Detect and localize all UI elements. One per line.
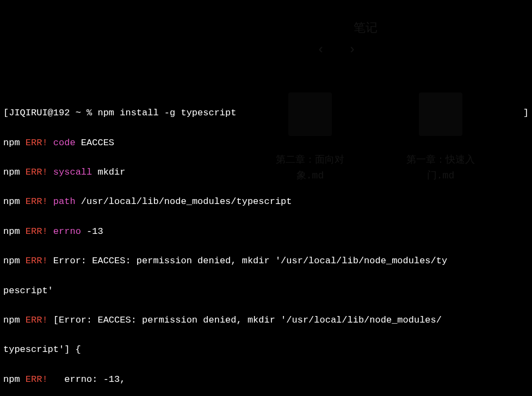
error-line-bracket-cont: typescript'] { — [3, 342, 529, 357]
error-line-main: npm ERR! Error: EACCES: permission denie… — [3, 253, 529, 268]
finder-window-title: 笔记 — [354, 19, 378, 38]
prompt-open-bracket: [ — [3, 108, 9, 118]
error-line-errno-obj: npm ERR! errno: -13, — [3, 372, 529, 387]
error-line-code: npm ERR! code EACCES — [3, 135, 529, 150]
value-code: EACCES — [81, 138, 114, 148]
command-text: npm install -g typescript — [97, 108, 236, 118]
prompt-line: [JIQIRUI@192 ~ % npm install -g typescri… — [3, 106, 529, 120]
value-path: /usr/local/lib/node_modules/typescript — [81, 196, 292, 207]
prompt-user-host: JIQIRUI@192 — [9, 108, 70, 118]
value-errno: -13 — [86, 226, 103, 237]
error-bracket-text: [Error: EACCES: permission denied, mkdir… — [53, 315, 442, 325]
terminal-output[interactable]: [JIQIRUI@192 ~ % npm install -g typescri… — [3, 91, 529, 396]
error-main-text: Error: EACCES: permission denied, mkdir … — [53, 256, 447, 266]
key-syscall: syscall — [53, 167, 92, 177]
prompt-close-bracket: ] — [523, 106, 529, 120]
value-syscall: mkdir — [97, 167, 125, 177]
finder-nav-arrows: ‹ › — [286, 19, 356, 82]
prompt-symbol: % — [86, 108, 92, 118]
error-line-syscall: npm ERR! syscall mkdir — [3, 165, 529, 180]
error-line-main-cont: pescript' — [3, 283, 529, 298]
err-label: ERR! — [26, 138, 48, 148]
error-line-path: npm ERR! path /usr/local/lib/node_module… — [3, 194, 529, 209]
npm-label: npm — [3, 138, 20, 148]
key-path: path — [53, 196, 76, 207]
error-line-errno: npm ERR! errno -13 — [3, 224, 529, 239]
key-code: code — [53, 138, 76, 148]
error-line-bracket: npm ERR! [Error: EACCES: permission deni… — [3, 313, 529, 327]
key-errno: errno — [53, 226, 81, 237]
prompt-path: ~ — [76, 108, 81, 118]
